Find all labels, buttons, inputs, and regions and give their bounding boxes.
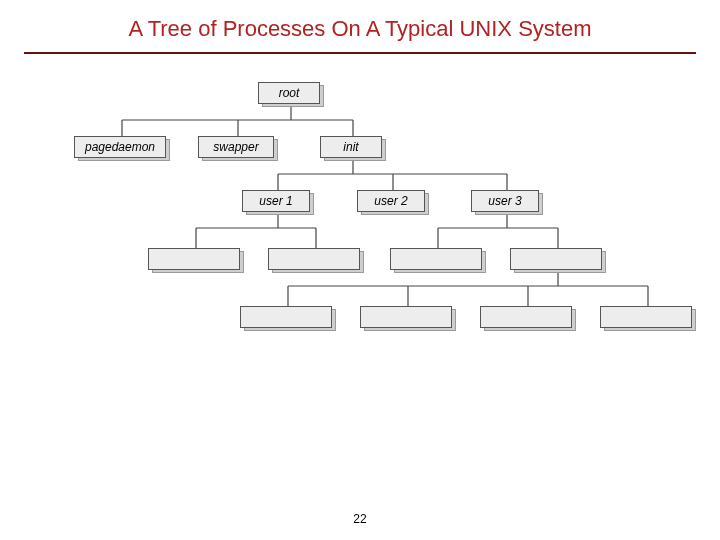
node-l4a <box>240 306 332 328</box>
node-user3: user 3 <box>471 190 539 212</box>
node-l4d <box>600 306 692 328</box>
node-pagedaemon: pagedaemon <box>74 136 166 158</box>
node-swapper: swapper <box>198 136 274 158</box>
page-title: A Tree of Processes On A Typical UNIX Sy… <box>0 0 720 52</box>
page-number: 22 <box>0 512 720 526</box>
node-init: init <box>320 136 382 158</box>
node-user2: user 2 <box>357 190 425 212</box>
node-root: root <box>258 82 320 104</box>
node-l4b <box>360 306 452 328</box>
node-l3a <box>148 248 240 270</box>
node-user1: user 1 <box>242 190 310 212</box>
node-l3b <box>268 248 360 270</box>
title-rule <box>24 52 696 54</box>
node-l4c <box>480 306 572 328</box>
node-l3d <box>510 248 602 270</box>
node-l3c <box>390 248 482 270</box>
process-tree-diagram: root pagedaemon swapper init user 1 user… <box>40 82 680 462</box>
